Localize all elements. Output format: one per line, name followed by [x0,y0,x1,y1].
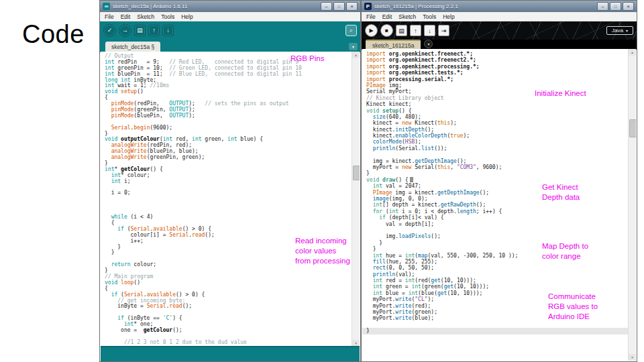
tab-dropdown-icon[interactable] [349,43,358,50]
maximize-icon[interactable] [333,2,345,11]
new-button[interactable]: ▤ [134,25,146,36]
tab-sketch-dec15a[interactable]: sketch_dec15a § [105,42,160,52]
code-line: Kinect kinect; [366,101,636,107]
processing-logo-icon: P [364,3,372,10]
menu-item-sketch[interactable]: Sketch [137,13,154,20]
code-line: // Kinect Library object [366,95,636,101]
code-line: kinect = new Kinect(this); [366,120,636,126]
annotation-communicate: Communicate RGB values to Arduino IDE [548,292,598,322]
code-line: } [366,240,636,246]
code-line: Serial myPort; [366,88,636,95]
annotation-get-kinect-depth: Get Kinect Depth data [542,182,580,202]
annotation-read-incoming: Read incoming color values from processi… [295,236,350,267]
code-line: int red = int(red(get(10, 10))); [366,278,636,284]
text-cursor [410,177,413,182]
annotation-initialize-kinect: Initialize Kinect [535,88,586,99]
arduino-toolbar: ✓→▤↑↓ ⌕ [100,21,360,39]
stop-button[interactable]: ■ [380,24,393,37]
code-line: kinect.enableColorDepth(true); [366,133,636,139]
menu-item-help[interactable]: Help [181,13,193,20]
upload-button[interactable]: → [119,24,131,37]
code-line [366,152,636,158]
menu-item-file[interactable]: File [105,13,114,20]
scrollbar-thumb[interactable] [353,166,360,180]
code-line: size(640, 480); [366,114,636,120]
maximize-icon[interactable] [610,2,621,11]
code-line: void setup() [105,89,360,95]
code-line: inByte = Serial.read(); [105,304,360,310]
processing-tabbar: sketch_161215a [362,40,637,50]
mode-label: Java [612,27,623,34]
arduino-code: // Outputint redPin = 9; // Red LED, con… [101,52,360,346]
page-title: Code [22,20,85,49]
code-line [366,227,636,233]
save-button[interactable]: ↓ [162,25,174,36]
code-line: } [366,170,636,176]
export-button[interactable]: ⇥ [438,25,449,36]
code-line: val = depth[i]; [366,221,636,227]
menu-item-edit[interactable]: Edit [382,13,392,20]
code-line: } [362,328,628,334]
processing-toolbar: ▶■▤↑↓⇥ Java [362,21,637,40]
menu-item-sketch[interactable]: Sketch [398,13,416,20]
code-line: analogWrite(greenPin, green); [105,155,360,161]
minimize-icon[interactable] [321,2,332,11]
arduino-scrollbar[interactable]: ▲ ▼ [352,52,360,347]
processing-scrollbar[interactable]: ▲ ▼ [628,49,636,361]
code-line: if (depth[i]< val) { [366,215,636,221]
code-line: PImage img; [366,82,636,88]
scrollbar-thumb[interactable] [629,119,636,137]
close-icon[interactable] [346,2,358,11]
annotation-rgb-pins: RGB Pins [290,54,325,64]
code-line: one = getColour(); [105,328,360,334]
new-button[interactable]: ▤ [396,25,407,36]
scroll-up-icon[interactable]: ▲ [629,49,636,56]
code-line [366,322,636,328]
code-line: import org.openkinect.processing.*; [366,64,636,70]
arduino-menubar: FileEditSketchToolsHelp [100,12,360,21]
save-button[interactable]: ↓ [424,25,435,36]
code-line: } [366,246,636,252]
code-line: while (i < 4) [105,215,360,221]
run-button[interactable]: ▶ [365,24,378,37]
code-line: image(img, 0, 0); [366,196,636,202]
code-line [105,196,360,202]
serial-monitor-icon[interactable]: ⌕ [345,25,357,36]
scroll-up-icon[interactable]: ▲ [352,52,360,58]
code-line: kinect.initDepth(); [366,127,636,133]
code-line: void loop() [105,280,360,286]
code-line: int[] depth = kinect.getRawDepth(); [366,202,636,208]
code-line: // Main program [105,274,360,280]
scroll-down-icon[interactable]: ▼ [629,354,636,361]
code-line: rect(0, 0, 50, 50); [366,265,636,271]
window-controls [321,2,358,11]
menu-item-file[interactable]: File [366,13,376,20]
menu-item-help[interactable]: Help [443,13,454,20]
open-button[interactable]: ↑ [148,25,160,36]
mode-selector-button[interactable]: Java [606,26,633,35]
code-line: import processing.serial.*; [366,76,636,82]
slide-canvas: Code ∞ sketch_dec15a | Arduino 1.6.11 Fi… [0,0,644,362]
code-line: img = kinect.getDepthImage(); [366,158,636,164]
code-line: myPort = new Serial(this, "COM3", 9600); [366,164,636,170]
code-line: PImage img = kinect.getDepthImage(); [366,190,636,196]
window-controls [597,2,634,11]
menu-item-tools[interactable]: Tools [423,13,436,20]
tab-label: sketch_dec15a § [111,44,154,50]
arduino-editor[interactable]: // Outputint redPin = 9; // Red LED, con… [101,52,360,347]
code-line: img.loadPixels(); [366,233,636,239]
tab-menu-icon[interactable] [424,40,433,48]
code-line: import org.openkinect.freenect2.*; [366,57,636,63]
menu-item-edit[interactable]: Edit [121,13,131,20]
code-line: pinMode(bluePin, OUTPUT); [105,113,360,119]
code-line [105,185,360,191]
code-line: int hue = int(map(val, 550, -300, 250, 1… [366,253,636,259]
code-line: void setup() { [366,108,636,114]
tab-sketch-161215a[interactable]: sketch_161215a [366,40,421,50]
verify-button[interactable]: ✓ [103,24,116,37]
menu-item-tools[interactable]: Tools [161,13,174,20]
close-icon[interactable] [623,2,634,11]
open-button[interactable]: ↑ [410,25,421,36]
minimize-icon[interactable] [597,2,608,11]
code-line: //1 2 3 not 0 1 2 due to the dud value [105,340,360,346]
